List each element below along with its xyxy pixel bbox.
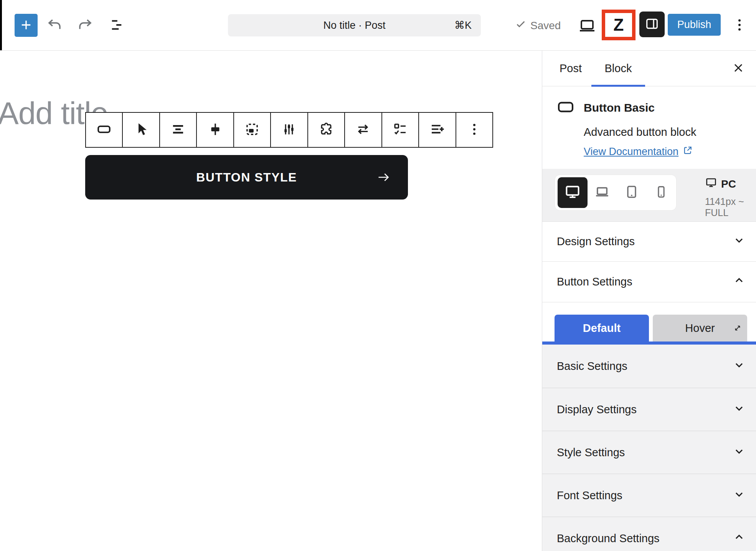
swap-button[interactable]	[345, 113, 382, 147]
insert-list-icon	[429, 121, 445, 139]
device-phone-button[interactable]	[647, 175, 676, 211]
panel-button-settings[interactable]: Button Settings	[542, 262, 756, 302]
tab-post[interactable]: Post	[547, 51, 594, 86]
settings-sliders-button[interactable]	[271, 113, 308, 147]
gutenberg-editor: No title · Post ⌘K Saved Z	[0, 0, 756, 551]
device-tablet-button[interactable]	[617, 175, 647, 211]
tab-hover-state[interactable]: Hover	[653, 315, 747, 341]
device-desktop-button[interactable]	[558, 177, 588, 208]
button-block-icon	[96, 121, 112, 139]
undo-icon	[46, 17, 63, 34]
desktop-icon	[564, 183, 581, 202]
panel-label: Background Settings	[557, 532, 660, 545]
editor-canvas: Add title	[0, 51, 542, 551]
options-menu-button[interactable]	[731, 16, 748, 35]
document-title-bar[interactable]: No title · Post ⌘K	[228, 14, 481, 36]
justify-button[interactable]	[197, 113, 234, 147]
button-state-tabs: Default Hover	[542, 302, 756, 341]
responsive-preview-section: PC 1141px ~ FULL	[542, 169, 756, 222]
panel-font-settings[interactable]: Font Settings	[542, 473, 756, 516]
close-sidebar-button[interactable]	[731, 61, 746, 76]
device-range: 1141px ~ FULL	[705, 196, 756, 218]
panel-style-settings[interactable]: Style Settings	[542, 431, 756, 473]
undo-button[interactable]	[46, 17, 63, 34]
checklist-icon	[392, 121, 408, 139]
tablet-icon	[624, 184, 639, 201]
phone-icon	[654, 185, 669, 201]
laptop-icon	[594, 184, 610, 201]
panel-label: Font Settings	[557, 489, 622, 502]
document-title: No title · Post	[323, 20, 385, 31]
position-button[interactable]	[234, 113, 271, 147]
puzzle-icon	[318, 121, 334, 139]
extensions-button[interactable]	[308, 113, 345, 147]
close-icon	[731, 61, 745, 76]
laptop-icon	[578, 16, 596, 36]
block-name: Button Basic	[584, 101, 655, 114]
cursor-icon	[133, 121, 149, 139]
block-inserter-button[interactable]	[15, 14, 38, 37]
chevron-down-icon	[733, 445, 745, 460]
panel-basic-settings[interactable]: Basic Settings	[542, 345, 756, 388]
panel-display-settings[interactable]: Display Settings	[542, 388, 756, 431]
tab-block[interactable]: Block	[594, 51, 642, 86]
redo-button[interactable]	[77, 17, 94, 34]
sync-arrows-icon	[733, 323, 743, 336]
chevron-down-icon	[733, 359, 745, 374]
save-status-label: Saved	[530, 20, 561, 32]
button-preview-label: BUTTON STYLE	[196, 170, 297, 185]
chevron-up-icon	[733, 274, 745, 289]
chevron-down-icon	[733, 402, 745, 417]
swap-arrows-icon	[355, 121, 371, 139]
preview-button[interactable]	[577, 16, 597, 36]
chevron-down-icon	[733, 488, 745, 503]
device-laptop-button[interactable]	[588, 175, 617, 211]
tab-default-state[interactable]: Default	[555, 315, 649, 341]
plus-icon	[19, 18, 33, 33]
z-plugin-button-highlighted[interactable]: Z	[602, 10, 636, 40]
button-block-preview[interactable]: BUTTON STYLE	[85, 155, 408, 200]
z-logo: Z	[614, 15, 624, 35]
panel-design-settings[interactable]: Design Settings	[542, 222, 756, 262]
button-block-icon	[557, 101, 574, 115]
select-tool-button[interactable]	[123, 113, 160, 147]
device-selector	[555, 175, 677, 211]
settings-sidebar-toggle[interactable]	[639, 12, 665, 37]
panel-label: Display Settings	[557, 403, 637, 416]
redo-icon	[77, 17, 93, 34]
publish-button[interactable]: Publish	[668, 14, 721, 36]
panel-label: Button Settings	[557, 276, 632, 288]
active-device-info: PC 1141px ~ FULL	[705, 177, 756, 218]
save-status: Saved	[515, 18, 561, 33]
arrow-right-icon	[376, 170, 391, 186]
checklist-button[interactable]	[382, 113, 419, 147]
active-tab-bar	[542, 341, 756, 345]
block-type-button[interactable]	[86, 113, 123, 147]
list-view-icon	[109, 17, 125, 34]
panel-background-settings[interactable]: Background Settings	[542, 516, 756, 551]
device-name: PC	[721, 178, 736, 190]
chevron-up-icon	[733, 531, 745, 546]
monitor-icon	[705, 177, 717, 191]
sidebar-tabs: Post Block	[542, 51, 756, 86]
top-toolbar: No title · Post ⌘K Saved Z	[0, 0, 756, 51]
sidebar-panel-icon	[644, 16, 660, 33]
ellipsis-icon	[466, 121, 482, 139]
align-button[interactable]	[160, 113, 197, 147]
document-overview-button[interactable]	[108, 17, 125, 34]
justify-center-icon	[207, 121, 223, 139]
panel-label: Style Settings	[557, 446, 625, 459]
align-center-icon	[170, 121, 186, 139]
sliders-icon	[281, 121, 297, 139]
view-documentation-link[interactable]: View Documentation	[584, 145, 693, 158]
doc-link-label: View Documentation	[584, 146, 678, 158]
screen-left-edge	[0, 0, 2, 50]
insert-list-button[interactable]	[419, 113, 456, 147]
ellipsis-icon	[732, 16, 747, 35]
button-settings-subpanels: Basic Settings Display Settings Style Se…	[542, 345, 756, 551]
block-options-button[interactable]	[456, 113, 492, 147]
check-icon	[515, 18, 527, 33]
absolute-position-icon	[244, 121, 260, 139]
panel-label: Design Settings	[557, 235, 635, 248]
block-toolbar	[85, 112, 493, 148]
